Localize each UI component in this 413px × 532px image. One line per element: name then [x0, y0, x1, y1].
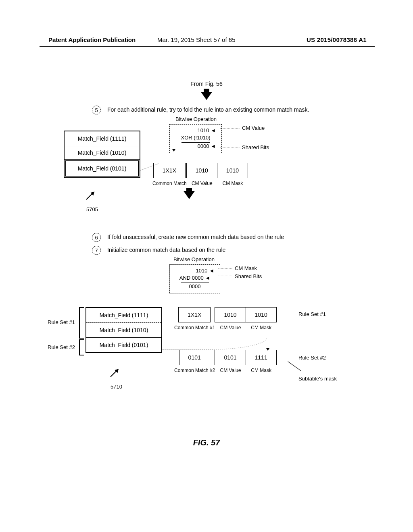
bitbox2-l3: 0000 [175, 283, 214, 290]
tb2b-cm-col: 0101 Common Match #2 [174, 350, 215, 373]
rs2-label-left: Rule Set #2 [48, 344, 75, 350]
step-5-num: 5 [92, 106, 101, 114]
rs2-label-right: Rule Set #2 [298, 355, 326, 361]
ref-5705-arrow [85, 190, 97, 202]
shared-bits-lbl2: Shared Bits [235, 273, 262, 279]
mf1-row1: Match_Field (1010) [65, 146, 140, 160]
bracket-rs1 [79, 307, 84, 339]
step-7: 7 Initialize common match data based on … [92, 246, 413, 255]
tb1-val-col: 1010 CM Value [187, 163, 217, 186]
bitbox1-l3: 0000 ◄ [175, 143, 216, 150]
bitbox1-out-arrow [172, 149, 175, 152]
tb1-mask: 1010 [217, 163, 248, 178]
step-5: 5 For each additional rule, try to fold … [92, 106, 413, 114]
figure-caption: FIG. 57 [0, 438, 413, 447]
tb1-cm-lbl: Common Match [152, 181, 187, 186]
arrow-down-icon-2 [184, 191, 195, 199]
bitbox2-l2: AND 0000 ◄ [175, 274, 214, 282]
tb2a-mask-col: 1010 CM Mask [246, 307, 277, 330]
step-6-text: If fold unsuccessful, create new common … [107, 233, 284, 240]
matchfield-table-1: Match_Field (1111) Match_Field (1010) Ma… [64, 131, 140, 178]
bitop-label-2: Bitwise Operation [173, 256, 215, 262]
tb2b-val-lbl: CM Value [220, 368, 241, 373]
ref-5710: 5710 [111, 384, 122, 390]
rs1-label-right: Rule Set #1 [298, 311, 326, 317]
tb2a-val-col: 1010 CM Value [215, 307, 246, 330]
triplebox-2b: 0101 Common Match #2 0101 CM Value 1111 … [174, 350, 277, 373]
step-7-num: 7 [92, 246, 101, 255]
tb1-cm-col: 1X1X Common Match [152, 163, 187, 186]
mf2-row0: Match_Field (1111) [86, 308, 161, 323]
header-right: US 2015/0078386 A1 [307, 36, 367, 43]
tb2b-cm: 0101 [179, 350, 210, 365]
bracket-rs2 [79, 339, 84, 355]
bitbox-1: 1010 ◄ XOR (!1010) 0000 ◄ [169, 124, 222, 153]
triplebox-1: 1X1X Common Match 1010 CM Value 1010 CM … [152, 163, 248, 186]
tb1-mask-lbl: CM Mask [223, 181, 243, 186]
ref-5705: 5705 [86, 206, 98, 212]
tb2a-cm-col: 1X1X Common Match #1 [174, 307, 215, 330]
tb2b-mask: 1111 [246, 350, 277, 365]
cm-mask-lbl2: CM Mask [235, 265, 257, 271]
tb2a-mask-lbl: CM Mask [251, 325, 271, 330]
tb2a-cm: 1X1X [178, 307, 211, 322]
dashed-curve [162, 338, 267, 350]
tb2a-cm-lbl: Common Match #1 [174, 325, 215, 330]
bitbox1-l1: 1010 ◄ [175, 127, 216, 134]
ref-5710-arrow [109, 368, 121, 380]
tb1-val-lbl: CM Value [192, 181, 213, 186]
subtable-leader [288, 362, 301, 371]
rs1-label-left: Rule Set #1 [48, 319, 75, 325]
mf1-row2: Match_Field (0101) [65, 160, 139, 177]
header-rule [40, 46, 375, 47]
step-6-num: 6 [92, 233, 101, 242]
page-header: Patent Application Publication Mar. 19, … [0, 36, 413, 43]
arrow-mid-wrap [184, 191, 195, 199]
bitop-label-1: Bitwise Operation [175, 116, 217, 122]
triplebox-2a: 1X1X Common Match #1 1010 CM Value 1010 … [174, 307, 277, 330]
bitbox-2: 1010 ◄ AND 0000 ◄ 0000 [169, 264, 220, 293]
matchfield-table-2: Match_Field (1111) Match_Field (1010) Ma… [86, 307, 162, 353]
arrow-down-icon [201, 92, 212, 100]
tb1-mask-col: 1010 CM Mask [217, 163, 248, 186]
tb2b-cm-lbl: Common Match #2 [174, 368, 215, 373]
from-fig-label: From Fig. 56 [0, 81, 413, 87]
cm-value-lbl: CM Value [242, 125, 265, 131]
header-left: Patent Application Publication [48, 36, 136, 43]
tb2a-val-lbl: CM Value [220, 325, 241, 330]
leader-cmmask2 [218, 268, 232, 269]
tb1-cm: 1X1X [153, 163, 186, 178]
tb2a-mask: 1010 [246, 307, 277, 322]
tb2b-val: 0101 [215, 350, 246, 365]
section-5-diagram: Bitwise Operation 1010 ◄ XOR (!1010) 000… [0, 118, 413, 227]
header-mid: Mar. 19, 2015 Sheet 57 of 65 [157, 36, 235, 43]
tb2b-mask-lbl: CM Mask [251, 368, 271, 373]
mf1-row0: Match_Field (1111) [65, 131, 140, 146]
tb1-val: 1010 [186, 163, 217, 178]
section-67-diagram: Bitwise Operation 1010 ◄ AND 0000 ◄ 0000… [0, 259, 413, 420]
step-7-text: Initialize common match data based on th… [107, 246, 225, 253]
shared-bits-lbl: Shared Bits [242, 144, 269, 150]
mf2-row2: Match_Field (0101) [86, 338, 161, 352]
tb2a-val: 1010 [215, 307, 246, 322]
subtable-label: Subtable's mask [298, 376, 337, 382]
tb2b-mask-col: 1111 CM Mask [246, 350, 277, 373]
step-6: 6 If fold unsuccessful, create new commo… [92, 233, 413, 242]
mf2-row1: Match_Field (1010) [86, 323, 161, 338]
leader-shared2 [218, 276, 232, 276]
leader-shared [220, 148, 240, 148]
bitbox2-l1: 1010 ◄ [175, 267, 214, 274]
curve-arrowhead [266, 348, 269, 351]
leader-cmv [220, 128, 240, 129]
tb2b-val-col: 0101 CM Value [215, 350, 246, 373]
bitbox1-l2: XOR (!1010) [175, 134, 216, 141]
step-5-text: For each additional rule, try to fold th… [107, 106, 309, 113]
